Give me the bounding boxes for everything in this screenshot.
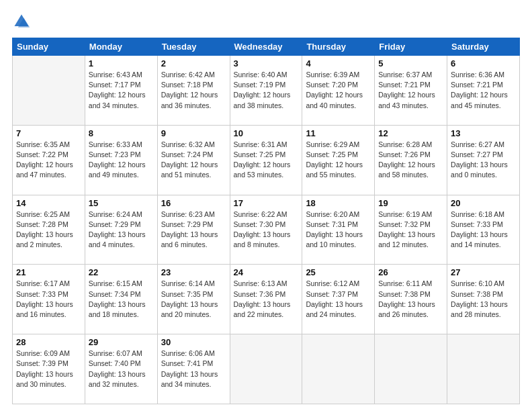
cell-line: Sunrise: 6:19 AM	[378, 210, 443, 220]
cell-line: Daylight: 13 hours	[451, 230, 516, 240]
cell-line: Sunrise: 6:14 AM	[161, 279, 226, 289]
cell-line: and 28 minutes.	[451, 310, 516, 320]
cell-line: and 18 minutes.	[89, 310, 154, 320]
calendar-cell: 14Sunrise: 6:25 AMSunset: 7:28 PMDayligh…	[13, 195, 85, 265]
calendar-cell: 8Sunrise: 6:33 AMSunset: 7:23 PMDaylight…	[85, 125, 157, 195]
calendar-cell: 12Sunrise: 6:28 AMSunset: 7:26 PMDayligh…	[375, 125, 447, 195]
calendar-cell: 18Sunrise: 6:20 AMSunset: 7:31 PMDayligh…	[302, 195, 375, 265]
cell-line: Sunrise: 6:15 AM	[89, 279, 154, 289]
header	[12, 12, 520, 31]
day-number: 5	[378, 58, 443, 68]
cell-line: Sunset: 7:23 PM	[89, 150, 154, 160]
cell-line: and 16 minutes.	[16, 310, 81, 320]
cell-line: Daylight: 13 hours	[16, 369, 81, 379]
calendar-cell: 1Sunrise: 6:43 AMSunset: 7:17 PMDaylight…	[85, 56, 157, 126]
cell-line: Sunset: 7:38 PM	[378, 289, 443, 300]
day-number: 3	[234, 58, 299, 68]
cell-line: Daylight: 13 hours	[234, 300, 299, 310]
cell-line: Sunset: 7:37 PM	[306, 289, 371, 300]
cell-line: Daylight: 13 hours	[378, 230, 443, 240]
cell-line: and 26 minutes.	[378, 310, 443, 320]
cell-line: and 49 minutes.	[89, 170, 154, 180]
cell-line: Sunrise: 6:43 AM	[89, 70, 154, 80]
day-number: 28	[16, 337, 81, 347]
cell-line: Sunrise: 6:32 AM	[161, 140, 226, 150]
cell-line: and 36 minutes.	[161, 101, 226, 111]
cell-line: Sunset: 7:34 PM	[89, 289, 154, 300]
cell-line: and 2 minutes.	[16, 240, 81, 250]
cell-line: Sunrise: 6:12 AM	[306, 279, 371, 289]
cell-line: Daylight: 13 hours	[378, 300, 443, 310]
calendar-cell: 10Sunrise: 6:31 AMSunset: 7:25 PMDayligh…	[230, 125, 302, 195]
day-number: 29	[89, 337, 154, 347]
calendar-week-row: 7Sunrise: 6:35 AMSunset: 7:22 PMDaylight…	[13, 125, 520, 195]
cell-line: Sunrise: 6:23 AM	[161, 210, 226, 220]
cell-line: Sunrise: 6:28 AM	[378, 140, 443, 150]
cell-line: and 58 minutes.	[378, 170, 443, 180]
day-number: 20	[451, 198, 516, 208]
cell-line: Sunset: 7:29 PM	[161, 220, 226, 230]
cell-line: Sunset: 7:36 PM	[234, 289, 299, 300]
cell-line: Sunset: 7:27 PM	[451, 150, 516, 160]
cell-line: Sunrise: 6:31 AM	[234, 140, 299, 150]
cell-line: Sunrise: 6:33 AM	[89, 140, 154, 150]
cell-line: and 8 minutes.	[234, 240, 299, 250]
calendar-cell	[302, 334, 375, 404]
cell-line: Sunset: 7:31 PM	[306, 220, 371, 230]
calendar-cell: 23Sunrise: 6:14 AMSunset: 7:35 PMDayligh…	[157, 265, 230, 334]
calendar-header-saturday: Saturday	[447, 38, 520, 56]
cell-line: Sunrise: 6:29 AM	[306, 140, 371, 150]
cell-line: Sunset: 7:28 PM	[16, 220, 81, 230]
cell-line: Daylight: 12 hours	[161, 90, 226, 100]
cell-line: and 47 minutes.	[16, 170, 81, 180]
calendar-cell	[375, 334, 447, 404]
calendar-cell	[447, 334, 520, 404]
cell-line: and 51 minutes.	[161, 170, 226, 180]
cell-line: Sunrise: 6:07 AM	[89, 349, 154, 359]
cell-line: and 22 minutes.	[234, 310, 299, 320]
day-number: 13	[451, 128, 516, 138]
cell-line: and 20 minutes.	[161, 310, 226, 320]
cell-line: Sunrise: 6:20 AM	[306, 210, 371, 220]
calendar-cell: 30Sunrise: 6:06 AMSunset: 7:41 PMDayligh…	[157, 334, 230, 404]
cell-line: Daylight: 13 hours	[306, 230, 371, 240]
calendar-cell	[230, 334, 302, 404]
day-number: 17	[234, 198, 299, 208]
calendar-cell: 29Sunrise: 6:07 AMSunset: 7:40 PMDayligh…	[85, 334, 157, 404]
cell-line: Sunrise: 6:09 AM	[16, 349, 81, 359]
cell-line: Sunset: 7:29 PM	[89, 220, 154, 230]
calendar-header-sunday: Sunday	[13, 38, 85, 56]
page: SundayMondayTuesdayWednesdayThursdayFrid…	[0, 0, 532, 411]
day-number: 15	[89, 198, 154, 208]
cell-line: and 55 minutes.	[306, 170, 371, 180]
cell-line: Sunset: 7:33 PM	[16, 289, 81, 300]
cell-line: Daylight: 13 hours	[16, 230, 81, 240]
cell-line: Sunrise: 6:17 AM	[16, 279, 81, 289]
cell-line: Sunset: 7:20 PM	[306, 80, 371, 90]
day-number: 25	[306, 267, 371, 277]
cell-line: Daylight: 12 hours	[378, 90, 443, 100]
cell-line: Daylight: 12 hours	[306, 90, 371, 100]
cell-line: Sunset: 7:26 PM	[378, 150, 443, 160]
cell-line: and 32 minutes.	[89, 379, 154, 390]
cell-line: Sunrise: 6:11 AM	[378, 279, 443, 289]
cell-line: Sunset: 7:18 PM	[161, 80, 226, 90]
day-number: 7	[16, 128, 81, 138]
calendar-cell: 9Sunrise: 6:32 AMSunset: 7:24 PMDaylight…	[157, 125, 230, 195]
cell-line: Daylight: 13 hours	[234, 230, 299, 240]
cell-line: and 14 minutes.	[451, 240, 516, 250]
calendar-cell: 21Sunrise: 6:17 AMSunset: 7:33 PMDayligh…	[13, 265, 85, 334]
cell-line: Sunrise: 6:36 AM	[451, 70, 516, 80]
calendar-week-row: 28Sunrise: 6:09 AMSunset: 7:39 PMDayligh…	[13, 334, 520, 404]
logo-icon	[12, 12, 31, 31]
calendar-cell: 20Sunrise: 6:18 AMSunset: 7:33 PMDayligh…	[447, 195, 520, 265]
calendar-cell: 11Sunrise: 6:29 AMSunset: 7:25 PMDayligh…	[302, 125, 375, 195]
day-number: 11	[306, 128, 371, 138]
cell-line: and 40 minutes.	[306, 101, 371, 111]
day-number: 4	[306, 58, 371, 68]
cell-line: Sunrise: 6:10 AM	[451, 279, 516, 289]
day-number: 12	[378, 128, 443, 138]
cell-line: Daylight: 13 hours	[161, 300, 226, 310]
cell-line: Sunrise: 6:22 AM	[234, 210, 299, 220]
cell-line: Sunrise: 6:18 AM	[451, 210, 516, 220]
